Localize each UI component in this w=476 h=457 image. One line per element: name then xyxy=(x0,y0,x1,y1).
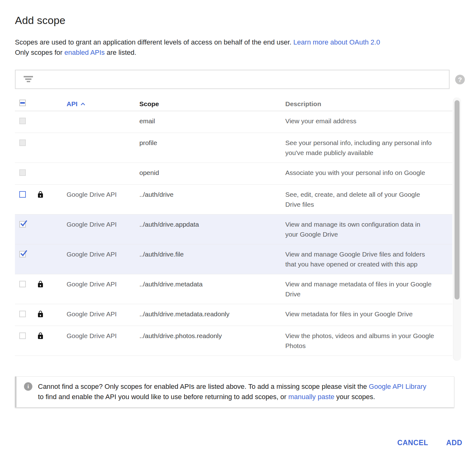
lock-icon xyxy=(37,310,44,321)
row-checkbox xyxy=(19,139,26,146)
info-note-text: Cannot find a scope? Only scopes for ena… xyxy=(38,381,426,402)
lock-icon xyxy=(37,332,44,343)
add-button[interactable]: ADD xyxy=(445,437,464,449)
table-scrollbar-thumb[interactable] xyxy=(455,100,460,299)
cell-description: View and manage its own configuration da… xyxy=(285,219,452,239)
cell-api: Google Drive API xyxy=(67,279,139,289)
row-checkbox[interactable] xyxy=(19,332,26,339)
table-row: Google Drive API ../auth/drive See, edit… xyxy=(15,185,452,214)
table-scrollbar-track[interactable] xyxy=(453,97,461,361)
table-row: Google Drive API ../auth/drive.metadata.… xyxy=(15,304,452,326)
intro-line1: Scopes are used to grant an application … xyxy=(15,38,293,46)
page-title: Add scope xyxy=(15,14,476,26)
cell-api: Google Drive API xyxy=(67,219,139,229)
cell-description: View metadata for files in your Google D… xyxy=(285,309,452,319)
filter-input[interactable] xyxy=(40,73,449,86)
cell-description: See your personal info, including any pe… xyxy=(285,138,452,158)
row-checkbox[interactable] xyxy=(19,221,26,228)
lock-icon xyxy=(37,280,44,291)
filter-icon xyxy=(24,76,33,83)
dialog-actions: CANCEL ADD xyxy=(396,437,464,449)
filter-row: ? xyxy=(15,70,465,89)
note-part3: your scopes. xyxy=(334,393,375,401)
cell-scope: profile xyxy=(139,138,285,148)
cell-scope: ../auth/drive.file xyxy=(139,249,285,259)
scopes-table: API Scope Description xyxy=(15,97,461,361)
table-header-row: API Scope Description xyxy=(15,97,452,111)
table-row: email View your email address xyxy=(15,111,452,133)
row-checkbox[interactable] xyxy=(19,311,26,317)
help-icon[interactable]: ? xyxy=(455,75,465,84)
cell-api: Google Drive API xyxy=(67,190,139,200)
checkmark-icon xyxy=(19,219,28,231)
table-row: Google Drive API ../auth/drive.photos.re… xyxy=(15,326,452,356)
row-checkbox xyxy=(19,169,26,176)
info-icon: i xyxy=(24,382,32,391)
manually-paste-link[interactable]: manually paste xyxy=(288,393,334,401)
info-note: i Cannot find a scope? Only scopes for e… xyxy=(15,376,454,408)
intro-line2: Only scopes for xyxy=(15,49,64,56)
cell-scope: email xyxy=(139,116,285,126)
table-row: openid Associate you with your personal … xyxy=(15,163,452,185)
enabled-apis-link[interactable]: enabled APIs xyxy=(64,49,105,56)
cell-scope: ../auth/drive.metadata xyxy=(139,279,285,289)
cell-scope: ../auth/drive.photos.readonly xyxy=(139,331,285,341)
filter-box[interactable] xyxy=(15,70,450,89)
row-checkbox[interactable] xyxy=(19,251,26,257)
cell-scope: ../auth/drive xyxy=(139,190,285,200)
cell-scope: ../auth/drive.metadata.readonly xyxy=(139,309,285,319)
column-header-description: Description xyxy=(285,99,452,109)
cell-description: View the photos, videos and albums in yo… xyxy=(285,331,452,351)
select-all-checkbox[interactable] xyxy=(19,100,26,106)
row-checkbox xyxy=(19,118,26,124)
intro-text: Scopes are used to grant an application … xyxy=(15,37,450,58)
cell-api: Google Drive API xyxy=(67,331,139,341)
google-api-library-link[interactable]: Google API Library xyxy=(369,383,427,390)
note-part2: to find and enable the API you would lik… xyxy=(38,393,288,401)
cell-description: View your email address xyxy=(285,116,452,126)
checkmark-icon xyxy=(19,249,28,261)
table-row: Google Drive API ../auth/drive.metadata … xyxy=(15,274,452,304)
oauth-learn-more-link[interactable]: Learn more about OAuth 2.0 xyxy=(293,38,380,46)
cell-description: View and manage Google Drive files and f… xyxy=(285,249,452,269)
note-part1: Cannot find a scope? Only scopes for ena… xyxy=(38,383,369,390)
lock-icon xyxy=(37,191,44,201)
cell-scope: openid xyxy=(139,168,285,178)
cell-description: View and manage metadata of files in you… xyxy=(285,279,452,299)
cell-description: See, edit, create, and delete all of you… xyxy=(285,190,452,210)
table-row: Google Drive API ../auth/drive.file View… xyxy=(15,244,452,274)
column-header-scope: Scope xyxy=(139,99,285,109)
cancel-button[interactable]: CANCEL xyxy=(396,437,429,449)
sort-ascending-icon xyxy=(80,99,86,109)
cell-scope: ../auth/drive.appdata xyxy=(139,219,285,229)
intro-line2-tail: are listed. xyxy=(105,49,137,56)
table-row: profile See your personal info, includin… xyxy=(15,133,452,163)
cell-api: Google Drive API xyxy=(67,249,139,259)
cell-api: Google Drive API xyxy=(67,309,139,319)
row-checkbox[interactable] xyxy=(19,191,26,198)
row-checkbox[interactable] xyxy=(19,281,26,287)
cell-description: Associate you with your personal info on… xyxy=(285,168,452,178)
table-row: Google Drive API ../auth/drive.appdata V… xyxy=(15,214,452,244)
column-header-api[interactable]: API xyxy=(67,99,139,109)
table-body: email View your email address pr xyxy=(15,111,452,356)
